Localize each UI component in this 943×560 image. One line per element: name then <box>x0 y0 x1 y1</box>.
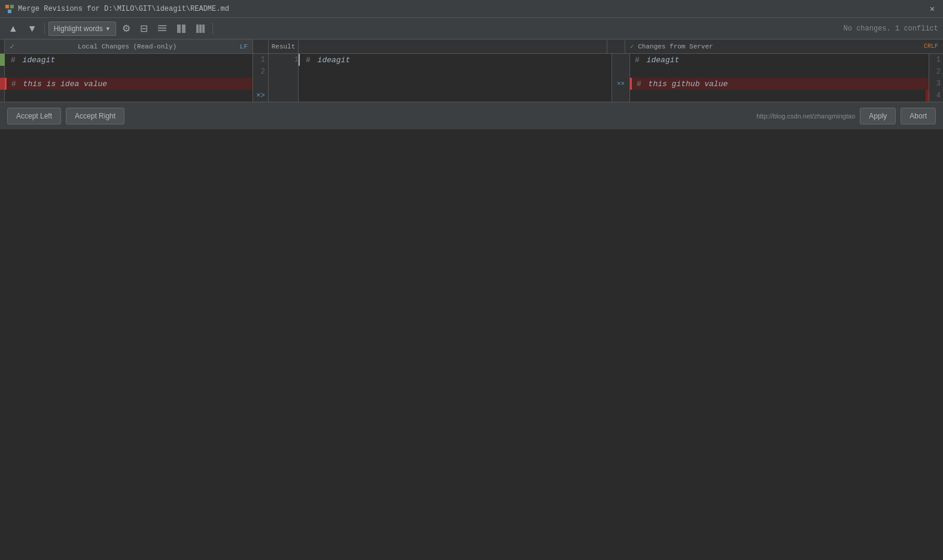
merge-arrows-left[interactable]: ×> <box>253 90 268 102</box>
result-label: Result <box>272 43 296 50</box>
center-hash-1: # <box>306 56 311 65</box>
app-icon <box>5 4 14 14</box>
svg-rect-0 <box>5 5 9 8</box>
merge-x-x[interactable]: ×× <box>617 80 625 87</box>
svg-rect-6 <box>177 25 181 33</box>
right-line-4 <box>630 90 943 102</box>
left-line-2 <box>5 66 253 78</box>
right-line-3: # this github value <box>630 78 943 90</box>
layout-btn1[interactable] <box>154 22 171 36</box>
svg-rect-9 <box>199 25 202 33</box>
merge-arrows-center <box>612 54 629 66</box>
center-cursor <box>299 54 300 66</box>
right-hash-1: # <box>635 56 640 65</box>
accept-right-button[interactable]: Accept Right <box>66 108 124 124</box>
window-title: Merge Revisions for D:\MILO\GIT\ideagit\… <box>18 5 926 13</box>
right-hash-3: # <box>637 80 641 89</box>
bottom-right-area: http://blog.csdn.net/zhangmingtao Apply … <box>756 108 936 124</box>
right-title-text: Changes from Server <box>638 43 713 50</box>
right-line-2 <box>630 66 943 78</box>
center-editor[interactable]: # ideagit 这里是本地上一个版本的代码 <box>299 54 612 102</box>
conflict-status: No changes. 1 conflict <box>844 25 938 33</box>
right-line-nums-gutter: 1 2 3 4 <box>929 54 943 102</box>
result-num-2 <box>269 66 299 78</box>
svg-rect-1 <box>10 5 14 8</box>
result-num-3 <box>269 78 299 90</box>
lf-num-1: 1 <box>253 54 267 66</box>
result-numbers: 1 ⋮ <box>269 54 299 102</box>
left-line-3: # this is idea value <box>5 78 253 90</box>
svg-rect-4 <box>158 28 166 29</box>
right-panel-header: ✓ Changes from Server CRLF <box>625 39 943 53</box>
close-button[interactable]: ✕ <box>926 3 938 15</box>
titlebar: Merge Revisions for D:\MILO\GIT\ideagit\… <box>0 0 943 18</box>
left-hash-1: # <box>11 56 16 65</box>
highlight-words-label: Highlight words <box>54 25 103 33</box>
result-header: Result <box>269 39 299 53</box>
highlight-words-button[interactable]: Highlight words ▼ <box>48 22 116 36</box>
gutter-checkmark-1 <box>0 54 5 66</box>
center-code-1: ideagit <box>313 56 350 65</box>
svg-rect-3 <box>158 25 166 26</box>
crlf-label-right: CRLF <box>924 43 938 50</box>
lf-line-numbers: 1 2 ×> <box>253 54 269 102</box>
crlf-nums-header <box>607 39 625 53</box>
merge-control-right[interactable]: ×× <box>612 78 629 90</box>
left-code-1: ideagit <box>18 56 55 65</box>
left-gutter-header <box>0 39 5 53</box>
lf-num-2: 2 <box>253 66 267 78</box>
right-num-3: 3 <box>929 78 943 90</box>
svg-rect-2 <box>8 10 11 13</box>
accept-right-arrows[interactable]: ×> <box>256 92 264 100</box>
column-headers: ✓ Local Changes (Read-only) LF Result ✓ … <box>0 39 943 54</box>
result-num-1: 1 <box>269 54 299 66</box>
left-code-3: this is idea value <box>19 80 107 89</box>
right-checkmark: ✓ <box>630 43 634 50</box>
svg-rect-5 <box>158 30 166 31</box>
settings-icon-button[interactable]: ⚙ <box>118 22 134 36</box>
center-line-1: # ideagit <box>299 54 612 66</box>
editors-area: # ideagit # this is idea value 这里是本地仓库的 <box>0 54 943 102</box>
prev-conflict-button[interactable]: ▲ <box>5 22 22 36</box>
lf-num-3 <box>253 78 267 90</box>
right-num-2: 2 <box>929 66 943 78</box>
right-panel-title: ✓ Changes from Server <box>630 42 713 50</box>
crlf-line-numbers: ×× <box>612 54 630 102</box>
right-num-1: 1 <box>929 54 943 66</box>
left-panel-header: ✓ Local Changes (Read-only) LF <box>5 39 253 53</box>
toolbar-divider-1 <box>44 23 45 35</box>
layout-btn3[interactable] <box>192 22 209 36</box>
left-checkmark: ✓ <box>10 41 14 51</box>
next-conflict-button[interactable]: ▼ <box>24 22 41 36</box>
svg-rect-10 <box>202 25 205 33</box>
toolbar-divider-2 <box>212 23 213 35</box>
left-gutter <box>0 54 5 102</box>
watermark-text: http://blog.csdn.net/zhangmingtao <box>756 112 855 120</box>
apply-button[interactable]: Apply <box>860 108 896 124</box>
right-code-1: ideagit <box>642 56 679 65</box>
left-editor[interactable]: # ideagit # this is idea value 这里是本地仓库的 <box>5 54 253 102</box>
accept-left-button[interactable]: Accept Left <box>7 108 61 124</box>
right-num-4: 4 <box>929 90 943 102</box>
abort-button[interactable]: Abort <box>901 108 936 124</box>
right-revision-text: CRLF <box>924 43 938 50</box>
highlight-words-caret: ▼ <box>105 26 111 32</box>
center-panel-header <box>299 39 607 53</box>
merge-arrows-center-2 <box>612 66 629 78</box>
bottom-bar: Accept Left Accept Right http://blog.csd… <box>0 102 943 129</box>
layout-btn2[interactable] <box>173 22 190 36</box>
svg-rect-8 <box>196 25 199 33</box>
left-hash-3: # <box>11 80 16 89</box>
right-editor[interactable]: 1 2 3 4 # ideagit # this github value 这里… <box>630 54 943 102</box>
left-lf-label: LF <box>240 43 248 50</box>
left-line-1: # ideagit <box>5 54 253 66</box>
gutter-conflict-1 <box>0 78 5 90</box>
diff-icon-button[interactable]: ⊟ <box>136 22 151 36</box>
svg-rect-7 <box>182 25 185 33</box>
right-line-1: # ideagit <box>630 54 943 66</box>
lf-nums-header <box>253 39 269 53</box>
toolbar: ▲ ▼ Highlight words ▼ ⚙ ⊟ No changes. 1 … <box>0 18 943 39</box>
right-code-3: this github value <box>644 80 728 89</box>
left-panel-title: Local Changes (Read-only) <box>78 43 177 50</box>
